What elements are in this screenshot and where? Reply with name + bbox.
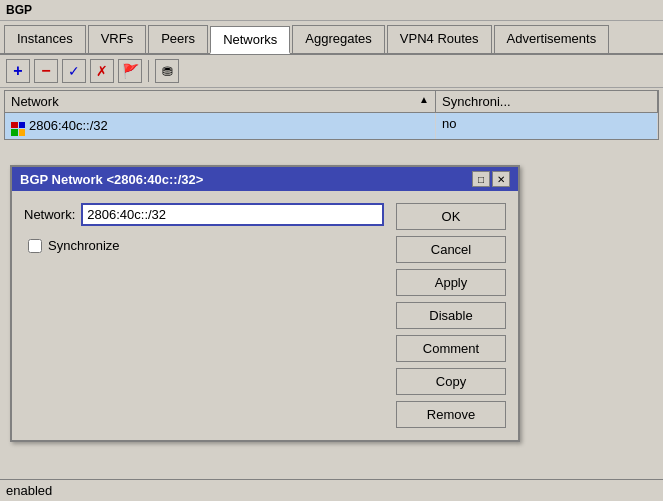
network-field-row: Network: <box>24 203 384 226</box>
tab-instances[interactable]: Instances <box>4 25 86 53</box>
dialog-title-buttons: □ ✕ <box>472 171 510 187</box>
filter-button[interactable]: ⛃ <box>155 59 179 83</box>
table-header: Network ▲ Synchroni... <box>5 91 658 113</box>
remove-button[interactable]: Remove <box>396 401 506 428</box>
disable-button[interactable]: Disable <box>396 302 506 329</box>
plus-icon: + <box>13 62 22 80</box>
cancel-button[interactable]: Cancel <box>396 236 506 263</box>
flag-icon: 🚩 <box>122 63 139 79</box>
status-label: enabled <box>6 483 52 498</box>
check-icon: ✓ <box>68 63 80 79</box>
comment-button[interactable]: Comment <box>396 335 506 362</box>
table-row[interactable]: 2806:40c::/32 no <box>5 113 658 139</box>
dialog-right-panel: OK Cancel Apply Disable Comment Copy Rem… <box>396 203 506 428</box>
tab-aggregates[interactable]: Aggregates <box>292 25 385 53</box>
dialog-title-bar: BGP Network <2806:40c::/32> □ ✕ <box>12 167 518 191</box>
cross-button[interactable]: ✗ <box>90 59 114 83</box>
dialog-minimize-button[interactable]: □ <box>472 171 490 187</box>
app-title: BGP <box>6 3 32 17</box>
tab-bar: Instances VRFs Peers Networks Aggregates… <box>0 21 663 55</box>
tab-networks[interactable]: Networks <box>210 26 290 54</box>
tab-vrfs[interactable]: VRFs <box>88 25 147 53</box>
flag-button[interactable]: 🚩 <box>118 59 142 83</box>
dialog-title: BGP Network <2806:40c::/32> <box>20 172 203 187</box>
add-button[interactable]: + <box>6 59 30 83</box>
synchronize-cell: no <box>436 113 658 139</box>
cross-icon: ✗ <box>96 63 108 79</box>
status-bar: enabled <box>0 479 663 501</box>
synchronize-checkbox-label[interactable]: Synchronize <box>48 238 120 253</box>
copy-button[interactable]: Copy <box>396 368 506 395</box>
apply-button[interactable]: Apply <box>396 269 506 296</box>
synchronize-checkbox-row: Synchronize <box>24 238 384 253</box>
minus-icon: − <box>41 62 50 80</box>
ok-button[interactable]: OK <box>396 203 506 230</box>
col-synchronize: Synchroni... <box>436 91 658 112</box>
check-button[interactable]: ✓ <box>62 59 86 83</box>
filter-icon: ⛃ <box>162 64 173 79</box>
tab-peers[interactable]: Peers <box>148 25 208 53</box>
dialog-left-panel: Network: Synchronize <box>24 203 384 428</box>
bgp-network-dialog: BGP Network <2806:40c::/32> □ ✕ Network:… <box>10 165 520 442</box>
network-cell: 2806:40c::/32 <box>5 113 436 139</box>
tab-advertisements[interactable]: Advertisements <box>494 25 610 53</box>
delete-button[interactable]: − <box>34 59 58 83</box>
col-network: Network ▲ <box>5 91 436 112</box>
network-icon <box>11 116 25 136</box>
title-bar: BGP <box>0 0 663 21</box>
network-label: Network: <box>24 207 75 222</box>
toolbar-separator <box>148 60 149 82</box>
dialog-body: Network: Synchronize OK Cancel Apply Dis… <box>12 191 518 440</box>
synchronize-checkbox[interactable] <box>28 239 42 253</box>
networks-table: Network ▲ Synchroni... 2806:40c::/32 no <box>4 90 659 140</box>
tab-vpn4routes[interactable]: VPN4 Routes <box>387 25 492 53</box>
network-input[interactable] <box>81 203 384 226</box>
dialog-close-button[interactable]: ✕ <box>492 171 510 187</box>
toolbar: + − ✓ ✗ 🚩 ⛃ <box>0 55 663 88</box>
